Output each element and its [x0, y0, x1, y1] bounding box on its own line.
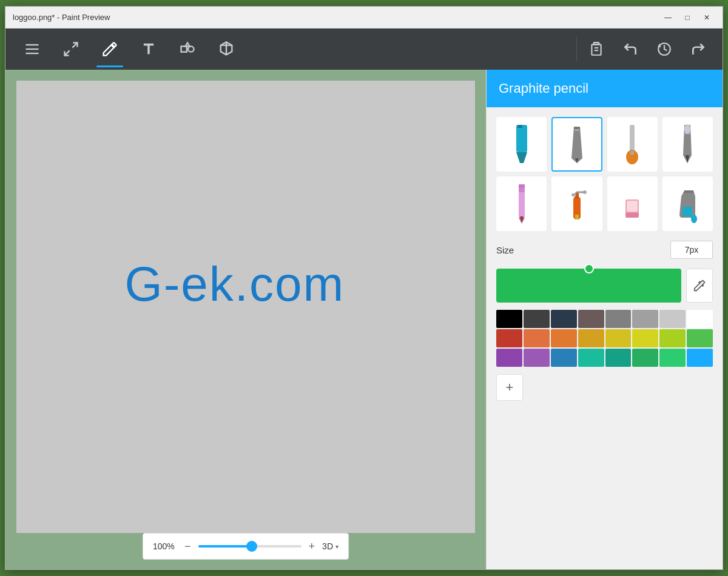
minimize-button[interactable]: —	[659, 12, 676, 24]
zoom-slider-track[interactable]	[198, 545, 302, 548]
color-preview-row	[496, 269, 713, 303]
brush-spray[interactable]	[551, 176, 602, 231]
close-button[interactable]: ✕	[698, 12, 715, 24]
color-swatch[interactable]	[632, 310, 658, 328]
brush-graphite-pencil[interactable]	[551, 117, 602, 172]
brush-paint-brush[interactable]	[607, 117, 658, 172]
size-section: Size	[487, 241, 723, 269]
brush-section	[487, 107, 723, 241]
app-window: loggoo.png* - Paint Preview — □ ✕	[5, 6, 723, 570]
chevron-down-icon: ▾	[335, 543, 339, 550]
add-color-button[interactable]: +	[496, 374, 523, 401]
svg-point-43	[691, 215, 697, 223]
panel-title: Graphite pencil	[499, 81, 710, 96]
text-button[interactable]	[132, 31, 166, 67]
fullscreen-button[interactable]	[54, 31, 88, 67]
zoom-slider-thumb[interactable]	[246, 541, 257, 552]
color-swatch[interactable]	[687, 349, 713, 367]
zoom-3d-toggle[interactable]: 3D ▾	[322, 541, 339, 551]
color-swatch[interactable]	[496, 310, 522, 328]
history-button[interactable]	[650, 35, 679, 64]
color-palette	[496, 310, 713, 367]
svg-rect-41	[627, 201, 638, 212]
color-preview[interactable]	[496, 269, 681, 303]
svg-rect-14	[516, 125, 527, 152]
3d-button[interactable]	[209, 31, 243, 67]
color-swatch[interactable]	[605, 349, 632, 367]
svg-marker-7	[186, 43, 190, 47]
svg-rect-40	[625, 213, 639, 218]
color-swatch[interactable]	[605, 329, 632, 347]
color-swatch[interactable]	[524, 349, 550, 367]
window-controls: — □ ✕	[659, 12, 715, 24]
toolbar-divider	[576, 37, 577, 61]
svg-marker-15	[516, 152, 527, 163]
svg-rect-5	[181, 46, 187, 52]
zoom-in-button[interactable]: +	[309, 541, 315, 552]
color-swatch[interactable]	[551, 349, 577, 367]
color-swatch[interactable]	[632, 349, 658, 367]
paste-button[interactable]	[582, 35, 611, 64]
brush-color-pencil[interactable]	[496, 176, 547, 231]
color-preview-dot	[584, 264, 594, 273]
brush-grid	[496, 117, 713, 231]
size-label: Size	[496, 245, 514, 255]
svg-line-4	[65, 50, 70, 55]
brush-ink-pen[interactable]	[662, 117, 713, 172]
window-title: loggoo.png* - Paint Preview	[13, 13, 659, 22]
color-swatch[interactable]	[524, 329, 550, 347]
color-swatch[interactable]	[578, 329, 604, 347]
zoom-slider-fill	[198, 545, 252, 548]
color-section: +	[487, 269, 723, 410]
panel-header: Graphite pencil	[487, 70, 723, 107]
zoom-3d-label: 3D	[322, 541, 333, 551]
shapes-button[interactable]	[170, 31, 204, 67]
title-bar: loggoo.png* - Paint Preview — □ ✕	[5, 7, 723, 28]
color-swatch[interactable]	[659, 310, 686, 328]
zoom-bar: 100% − + 3D ▾	[143, 533, 349, 560]
color-swatch[interactable]	[578, 310, 604, 328]
svg-rect-42	[684, 190, 693, 193]
zoom-out-button[interactable]: −	[184, 541, 191, 552]
color-swatch[interactable]	[605, 310, 632, 328]
svg-marker-17	[571, 127, 582, 163]
color-swatch[interactable]	[687, 310, 713, 328]
menu-button[interactable]	[15, 31, 49, 67]
canvas-area[interactable]: G-ek.com 100% − + 3D ▾	[5, 70, 486, 569]
color-swatch[interactable]	[659, 349, 686, 367]
color-swatch[interactable]	[524, 310, 550, 328]
canvas-surface[interactable]: G-ek.com	[16, 81, 475, 533]
color-swatch[interactable]	[496, 329, 522, 347]
size-input[interactable]	[670, 241, 713, 259]
color-swatch[interactable]	[659, 329, 686, 347]
color-swatch[interactable]	[551, 310, 577, 328]
undo-button[interactable]	[616, 35, 645, 64]
color-swatch[interactable]	[687, 329, 713, 347]
right-panel: Graphite pencil	[486, 70, 723, 569]
svg-rect-20	[574, 127, 580, 129]
zoom-percent: 100%	[153, 541, 177, 551]
svg-rect-21	[630, 125, 635, 152]
color-swatch[interactable]	[551, 329, 577, 347]
svg-point-27	[684, 124, 690, 134]
svg-line-3	[72, 43, 77, 48]
color-swatch[interactable]	[496, 349, 522, 367]
canvas-drawing: G-ek.com	[16, 81, 475, 533]
maximize-button[interactable]: □	[679, 12, 696, 24]
eyedropper-button[interactable]	[686, 269, 713, 303]
brush-paint-bucket[interactable]	[662, 176, 713, 231]
color-swatch[interactable]	[578, 349, 604, 367]
svg-point-6	[188, 46, 194, 52]
redo-button[interactable]	[684, 35, 713, 64]
brush-eraser[interactable]	[607, 176, 658, 231]
svg-rect-35	[571, 193, 576, 196]
toolbar	[5, 28, 723, 70]
brush-marker[interactable]	[496, 117, 547, 172]
svg-rect-32	[519, 184, 525, 188]
color-swatch[interactable]	[632, 329, 658, 347]
brushes-button[interactable]	[93, 31, 127, 67]
svg-rect-30	[519, 187, 525, 192]
main-area: G-ek.com 100% − + 3D ▾	[5, 70, 723, 569]
svg-rect-10	[592, 44, 601, 55]
svg-rect-38	[575, 215, 579, 219]
